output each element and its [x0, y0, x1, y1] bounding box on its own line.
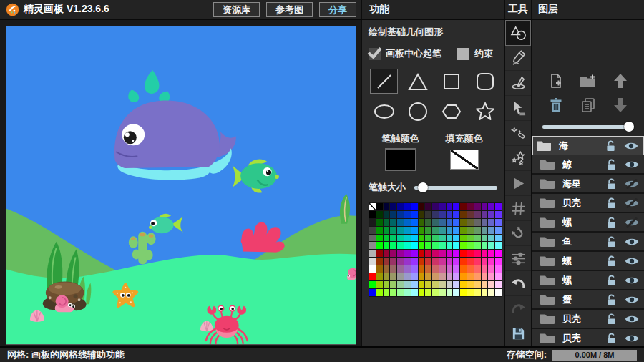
palette-swatch[interactable] — [460, 227, 467, 234]
palette-swatch[interactable] — [495, 211, 502, 218]
palette-swatch[interactable] — [397, 219, 404, 226]
palette-swatch[interactable] — [419, 235, 425, 242]
palette-swatch[interactable] — [453, 258, 459, 265]
checkbox-box[interactable] — [369, 48, 381, 60]
palette-swatch[interactable] — [482, 289, 488, 296]
shape-circle-button[interactable] — [404, 99, 431, 124]
palette-swatch[interactable] — [474, 242, 481, 249]
layer-row[interactable]: 蟹 — [532, 290, 644, 310]
palette-swatch[interactable] — [488, 219, 494, 226]
palette-swatch[interactable] — [495, 227, 502, 234]
palette-swatch[interactable] — [467, 258, 474, 265]
unlock-icon[interactable] — [605, 293, 618, 305]
unlock-icon[interactable] — [605, 216, 618, 228]
palette-swatch[interactable] — [447, 250, 453, 257]
palette-swatch[interactable] — [432, 203, 439, 210]
palette-swatch[interactable] — [482, 281, 488, 288]
palette-swatch[interactable] — [439, 235, 446, 242]
palette-swatch[interactable] — [425, 265, 431, 273]
palette-swatch[interactable] — [460, 219, 467, 226]
palette-swatch[interactable] — [467, 235, 474, 242]
palette-swatch[interactable] — [474, 289, 481, 296]
palette-swatch[interactable] — [467, 227, 474, 234]
palette-swatch[interactable] — [439, 258, 446, 265]
layer-row[interactable]: 海 — [532, 136, 644, 155]
palette-swatch[interactable] — [419, 250, 425, 257]
palette-swatch[interactable] — [376, 265, 383, 273]
palette-swatch[interactable] — [474, 227, 481, 234]
palette-swatch[interactable] — [369, 211, 376, 218]
palette-swatch[interactable] — [488, 273, 494, 280]
palette-swatch[interactable] — [460, 265, 467, 273]
play-tool[interactable] — [505, 171, 531, 196]
palette-swatch[interactable] — [482, 242, 488, 249]
palette-swatch[interactable] — [432, 227, 439, 234]
palette-swatch[interactable] — [369, 265, 376, 273]
palette-swatch[interactable] — [397, 242, 404, 249]
palette-swatch[interactable] — [432, 273, 439, 280]
palette-swatch[interactable] — [411, 242, 418, 249]
palette-swatch[interactable] — [369, 203, 376, 210]
adjustments-tool[interactable] — [505, 246, 531, 271]
palette-swatch[interactable] — [474, 211, 481, 218]
palette-swatch[interactable] — [432, 242, 439, 249]
palette-swatch[interactable] — [447, 203, 453, 210]
palette-swatch[interactable] — [467, 250, 474, 257]
palette-swatch[interactable] — [425, 250, 431, 257]
palette-swatch[interactable] — [495, 242, 502, 249]
palette-swatch[interactable] — [384, 227, 390, 234]
palette-swatch[interactable] — [453, 273, 459, 280]
palette-swatch[interactable] — [419, 227, 425, 234]
layer-row[interactable]: 螺 — [532, 271, 644, 290]
palette-swatch[interactable] — [404, 258, 411, 265]
delete-layer-button[interactable] — [547, 96, 565, 114]
palette-swatch[interactable] — [488, 289, 494, 296]
palette-swatch[interactable] — [467, 219, 474, 226]
shape-ellipse-button[interactable] — [370, 99, 398, 124]
layer-row[interactable]: 海星 — [532, 175, 644, 194]
palette-swatch[interactable] — [390, 227, 396, 234]
redo-button[interactable] — [505, 296, 531, 321]
palette-swatch[interactable] — [390, 235, 396, 242]
visibility-toggle-icon[interactable] — [624, 179, 640, 189]
palette-swatch[interactable] — [397, 227, 404, 234]
palette-swatch[interactable] — [439, 242, 446, 249]
palette-swatch[interactable] — [411, 281, 418, 288]
palette-swatch[interactable] — [376, 227, 383, 234]
palette-swatch[interactable] — [447, 273, 453, 280]
palette-swatch[interactable] — [369, 281, 376, 288]
layer-row[interactable]: 贝壳 — [532, 194, 644, 213]
palette-swatch[interactable] — [419, 289, 425, 296]
palette-swatch[interactable] — [482, 227, 488, 234]
palette-swatch[interactable] — [447, 265, 453, 273]
palette-swatch[interactable] — [460, 203, 467, 210]
palette-swatch[interactable] — [439, 273, 446, 280]
palette-swatch[interactable] — [404, 203, 411, 210]
palette-swatch[interactable] — [390, 273, 396, 280]
palette-swatch[interactable] — [439, 265, 446, 273]
palette-swatch[interactable] — [495, 203, 502, 210]
palette-swatch[interactable] — [488, 258, 494, 265]
duplicate-layer-button[interactable] — [579, 96, 597, 114]
palette-swatch[interactable] — [488, 235, 494, 242]
palette-swatch[interactable] — [488, 281, 494, 288]
unlock-icon[interactable] — [605, 158, 618, 170]
palette-swatch[interactable] — [460, 289, 467, 296]
palette-swatch[interactable] — [411, 289, 418, 296]
grid-tool[interactable] — [505, 196, 531, 221]
palette-swatch[interactable] — [384, 273, 390, 280]
palette-swatch[interactable] — [467, 281, 474, 288]
stroke-color-swatch[interactable] — [385, 148, 416, 171]
visibility-toggle-icon[interactable] — [624, 160, 640, 170]
ink-brush-tool[interactable] — [505, 71, 531, 96]
palette-swatch[interactable] — [369, 242, 376, 249]
palette-swatch[interactable] — [482, 235, 488, 242]
palette-swatch[interactable] — [467, 289, 474, 296]
visibility-toggle-icon[interactable] — [624, 295, 640, 305]
palette-swatch[interactable] — [397, 258, 404, 265]
palette-swatch[interactable] — [482, 211, 488, 218]
palette-swatch[interactable] — [390, 289, 396, 296]
unlock-icon[interactable] — [605, 332, 618, 344]
palette-swatch[interactable] — [425, 219, 431, 226]
palette-swatch[interactable] — [384, 258, 390, 265]
